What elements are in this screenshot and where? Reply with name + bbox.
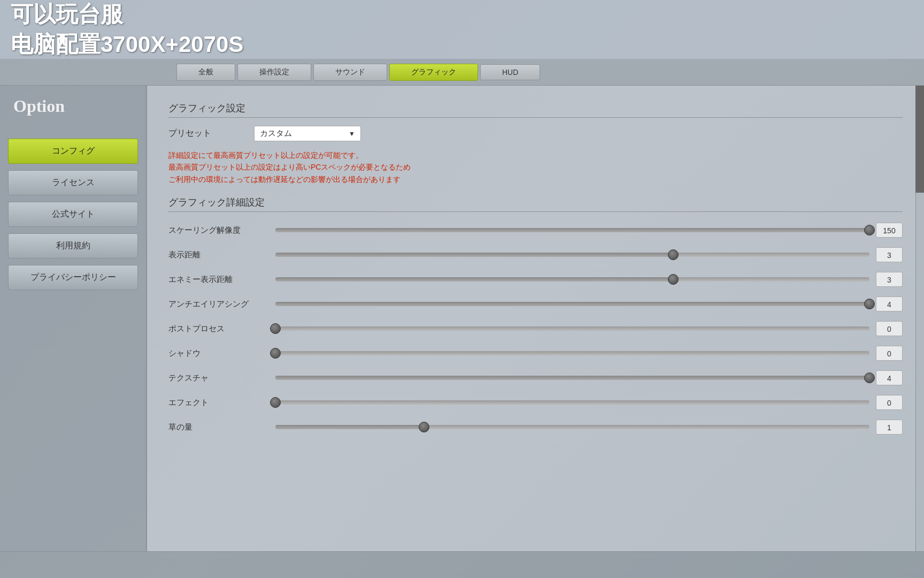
slider-track-enemy_dist <box>275 277 869 282</box>
preset-label: プリセット <box>168 128 254 139</box>
banner-line2: 电脑配置3700X+2070S <box>11 29 924 59</box>
graphics-section-heading: グラフィック設定 <box>168 102 903 118</box>
slider-fill-enemy_dist <box>275 277 673 282</box>
slider-value-texture: 4 <box>876 370 903 385</box>
slider-track-texture <box>275 376 869 380</box>
sliders-container: スケーリング解像度150表示距離3エネミー表示距離3アンチエイリアシング4ポスト… <box>168 223 903 435</box>
preset-dropdown-arrow: ▼ <box>349 130 355 138</box>
slider-fill-antialiasing <box>275 302 869 306</box>
slider-track-container-grass[interactable] <box>275 422 869 432</box>
slider-row-scaling: スケーリング解像度150 <box>168 223 903 238</box>
tab-graphics[interactable]: グラフィック <box>389 64 478 81</box>
slider-track-container-enemy_dist[interactable] <box>275 274 869 285</box>
sidebar-btn-config[interactable]: コンフィグ <box>8 139 138 164</box>
slider-fill-view_dist <box>275 253 673 257</box>
main-container: 全般 操作設定 サウンド グラフィック HUD Option コンフィグ ライセ… <box>0 59 924 578</box>
slider-value-antialiasing: 4 <box>876 296 903 311</box>
slider-thumb-antialiasing[interactable] <box>864 299 875 309</box>
slider-value-grass: 1 <box>876 420 903 435</box>
tab-hud[interactable]: HUD <box>480 64 540 80</box>
top-banner: 可以玩台服 电脑配置3700X+2070S <box>0 0 924 59</box>
slider-row-shadow: シャドウ0 <box>168 346 903 361</box>
slider-track-grass <box>275 425 869 429</box>
main-panel: グラフィック設定 プリセット カスタム ▼ 詳細設定にて最高画質プリセット以上の… <box>147 86 924 551</box>
slider-value-enemy_dist: 3 <box>876 272 903 287</box>
slider-value-effect: 0 <box>876 395 903 410</box>
slider-track-antialiasing <box>275 302 869 306</box>
slider-label-enemy_dist: エネミー表示距離 <box>168 275 275 285</box>
tab-bar: 全般 操作設定 サウンド グラフィック HUD <box>0 59 924 86</box>
slider-track-container-texture[interactable] <box>275 372 869 383</box>
slider-track-view_dist <box>275 253 869 257</box>
slider-label-grass: 草の量 <box>168 422 275 432</box>
sidebar-title: Option <box>8 96 138 116</box>
slider-fill-texture <box>275 376 869 380</box>
slider-row-postprocess: ポストプロセス0 <box>168 321 903 336</box>
slider-label-view_dist: 表示距離 <box>168 250 275 260</box>
slider-track-shadow <box>275 351 869 355</box>
slider-track-container-effect[interactable] <box>275 397 869 408</box>
slider-label-texture: テクスチャ <box>168 373 275 383</box>
slider-value-view_dist: 3 <box>876 247 903 262</box>
slider-row-view_dist: 表示距離3 <box>168 247 903 262</box>
slider-label-effect: エフェクト <box>168 398 275 408</box>
slider-value-scaling: 150 <box>876 223 903 238</box>
slider-thumb-view_dist[interactable] <box>668 249 679 260</box>
slider-row-antialiasing: アンチエイリアシング4 <box>168 296 903 311</box>
slider-track-container-shadow[interactable] <box>275 348 869 359</box>
slider-track-postprocess <box>275 326 869 331</box>
slider-thumb-enemy_dist[interactable] <box>668 274 679 285</box>
slider-thumb-postprocess[interactable] <box>270 323 281 334</box>
slider-track-container-antialiasing[interactable] <box>275 299 869 309</box>
tab-controls[interactable]: 操作設定 <box>237 64 311 81</box>
slider-thumb-shadow[interactable] <box>270 348 281 359</box>
slider-track-container-scaling[interactable] <box>275 225 869 235</box>
slider-value-shadow: 0 <box>876 346 903 361</box>
slider-label-scaling: スケーリング解像度 <box>168 225 275 235</box>
sidebar-btn-license[interactable]: ライセンス <box>8 170 138 195</box>
slider-thumb-effect[interactable] <box>270 397 281 408</box>
slider-row-effect: エフェクト0 <box>168 395 903 410</box>
slider-fill-scaling <box>275 228 869 232</box>
slider-value-postprocess: 0 <box>876 321 903 336</box>
preset-value: カスタム <box>260 128 292 139</box>
scrollbar-thumb[interactable] <box>915 86 924 193</box>
slider-row-texture: テクスチャ4 <box>168 370 903 385</box>
slider-thumb-grass[interactable] <box>419 422 429 432</box>
slider-thumb-scaling[interactable] <box>864 225 875 235</box>
preset-row: プリセット カスタム ▼ <box>168 126 903 141</box>
slider-thumb-texture[interactable] <box>864 372 875 383</box>
scrollbar-track[interactable] <box>915 86 924 551</box>
slider-track-effect <box>275 400 869 405</box>
slider-label-postprocess: ポストプロセス <box>168 324 275 334</box>
slider-label-shadow: シャドウ <box>168 348 275 359</box>
content-area: Option コンフィグ ライセンス 公式サイト 利用規約 プライバシーポリシー… <box>0 86 924 551</box>
warning-text: 詳細設定にて最高画質プリセット以上の設定が可能です。 最高画質プリセット以上の設… <box>168 149 903 185</box>
slider-row-grass: 草の量1 <box>168 420 903 435</box>
slider-track-container-view_dist[interactable] <box>275 249 869 260</box>
tab-sound[interactable]: サウンド <box>313 64 387 81</box>
tab-general[interactable]: 全般 <box>176 64 235 81</box>
sidebar: Option コンフィグ ライセンス 公式サイト 利用規約 プライバシーポリシー <box>0 86 147 551</box>
slider-row-enemy_dist: エネミー表示距離3 <box>168 272 903 287</box>
bottom-bar <box>0 551 924 578</box>
detail-heading: グラフィック詳細設定 <box>168 196 903 212</box>
sidebar-btn-terms[interactable]: 利用規約 <box>8 233 138 258</box>
banner-line1: 可以玩台服 <box>11 0 924 29</box>
slider-label-antialiasing: アンチエイリアシング <box>168 299 275 309</box>
slider-track-container-postprocess[interactable] <box>275 323 869 334</box>
sidebar-btn-official[interactable]: 公式サイト <box>8 202 138 227</box>
slider-track-scaling <box>275 228 869 232</box>
preset-select[interactable]: カスタム ▼ <box>254 126 361 141</box>
sidebar-btn-privacy[interactable]: プライバシーポリシー <box>8 265 138 290</box>
slider-fill-grass <box>275 425 424 429</box>
